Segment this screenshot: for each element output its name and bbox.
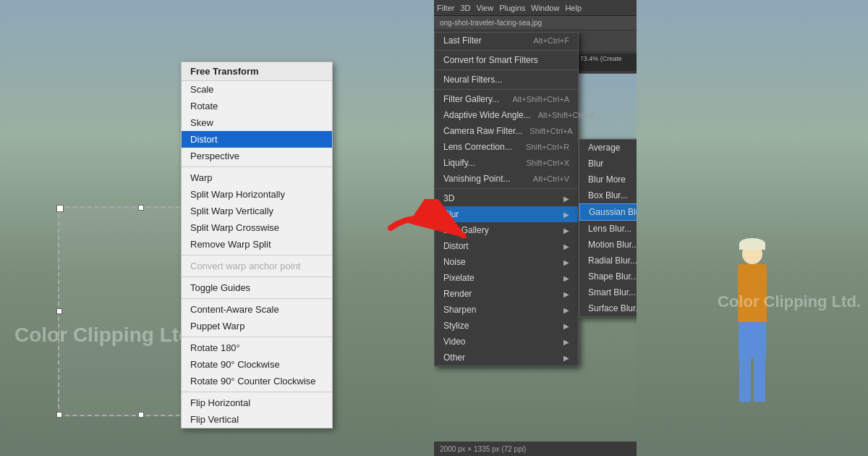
ps-status-bar: 2000 px × 1335 px (72 ppi) xyxy=(434,442,637,456)
right-hat xyxy=(739,238,765,250)
blur-submenu: Average Blur Blur More Box Blur... Gauss… xyxy=(579,139,637,317)
cm-item-rotate-180[interactable]: Rotate 180° xyxy=(182,339,332,356)
fm-neural-filters[interactable]: Neural Filters... xyxy=(435,72,578,88)
cm-item-distort[interactable]: Distort xyxy=(182,131,332,148)
cm-item-split-warp-v[interactable]: Split Warp Vertically xyxy=(182,203,332,219)
right-leg-left xyxy=(739,358,751,402)
right-person-figure xyxy=(738,244,767,402)
right-photo: Color Clipping Ltd. xyxy=(637,0,868,456)
cm-item-puppet-warp[interactable]: Puppet Warp xyxy=(182,318,332,334)
selection-handle-bottom-mid xyxy=(138,412,144,418)
fm-sep-3 xyxy=(435,89,578,90)
cm-item-toggle-guides[interactable]: Toggle Guides xyxy=(182,279,332,296)
cm-separator-3 xyxy=(182,276,332,277)
bsm-surface-blur[interactable]: Surface Blur... xyxy=(579,300,637,316)
cm-item-split-warp-h[interactable]: Split Warp Horizontally xyxy=(182,186,332,203)
ps-filename-bar: ong-shot-traveler-facing-sea.jpg xyxy=(434,16,637,30)
cm-item-convert-warp: Convert warp anchor point xyxy=(182,258,332,274)
cm-item-perspective[interactable]: Perspective xyxy=(182,148,332,164)
fm-adaptive-wide[interactable]: Adaptive Wide Angle... Alt+Shift+Ctrl+A xyxy=(435,107,578,123)
cm-item-content-aware[interactable]: Content-Aware Scale xyxy=(182,301,332,318)
bsm-motion-blur[interactable]: Motion Blur...▶ xyxy=(579,237,637,253)
cm-item-rotate[interactable]: Rotate xyxy=(182,98,332,114)
ps-menu-filter[interactable]: Filter xyxy=(437,4,454,12)
cm-item-flip-v[interactable]: Flip Vertical xyxy=(182,411,332,428)
fm-camera-raw[interactable]: Camera Raw Filter... Shift+Ctrl+A xyxy=(435,123,578,139)
fm-last-filter-label: Last Filter xyxy=(443,35,482,46)
fm-sep-4 xyxy=(435,188,578,189)
ps-menu-3d[interactable]: 3D xyxy=(460,4,470,12)
right-head xyxy=(742,244,762,264)
ps-menu-plugins[interactable]: Plugins xyxy=(499,4,525,12)
cm-item-warp[interactable]: Warp xyxy=(182,169,332,186)
fm-sep-1 xyxy=(435,50,578,51)
bsm-box-blur[interactable]: Box Blur... xyxy=(579,187,637,203)
bsm-blur[interactable]: Blur xyxy=(579,156,637,172)
cm-item-rotate-90cw[interactable]: Rotate 90° Clockwise xyxy=(182,356,332,373)
ps-menu-help[interactable]: Help xyxy=(565,4,582,12)
fm-last-filter-shortcut: Alt+Ctrl+F xyxy=(533,36,569,45)
fm-sep-2 xyxy=(435,69,578,70)
fm-liquify[interactable]: Liquify... Shift+Ctrl+X xyxy=(435,155,578,171)
fm-pixelate[interactable]: Pixelate ▶ xyxy=(435,270,578,286)
ps-filename: ong-shot-traveler-facing-sea.jpg xyxy=(440,19,542,27)
ps-menu-window[interactable]: Window xyxy=(531,4,559,12)
bsm-lens-blur[interactable]: Lens Blur... xyxy=(579,221,637,237)
fm-lens-correction[interactable]: Lens Correction... Shift+Ctrl+R xyxy=(435,139,578,155)
cm-item-remove-warp-split[interactable]: Remove Warp Split xyxy=(182,236,332,253)
selection-handle-mid-left xyxy=(56,308,62,314)
ps-status-text: 2000 px × 1335 px (72 ppi) xyxy=(440,445,526,453)
fm-sharpen[interactable]: Sharpen ▶ xyxy=(435,302,578,318)
selection-handle-bottom-left xyxy=(56,412,62,418)
fm-convert-smart[interactable]: Convert for Smart Filters xyxy=(435,52,578,68)
red-arrow-container xyxy=(383,199,485,257)
fm-filter-gallery[interactable]: Filter Gallery... Alt+Shift+Ctrl+A xyxy=(435,91,578,107)
fm-stylize[interactable]: Stylize ▶ xyxy=(435,318,578,334)
fm-last-filter[interactable]: Last Filter Alt+Ctrl+F xyxy=(435,33,578,48)
ps-menu-view[interactable]: View xyxy=(477,4,494,12)
cm-separator-4 xyxy=(182,298,332,299)
selection-handle-top-mid xyxy=(138,205,144,211)
cm-item-flip-h[interactable]: Flip Horizontal xyxy=(182,394,332,411)
cm-item-skew[interactable]: Skew xyxy=(182,114,332,131)
fm-render[interactable]: Render ▶ xyxy=(435,286,578,302)
cm-item-split-warp-c[interactable]: Split Warp Crosswise xyxy=(182,219,332,236)
red-arrow-svg xyxy=(383,199,485,257)
ps-menu-bar: Filter 3D View Plugins Window Help xyxy=(434,0,637,16)
fm-other[interactable]: Other ▶ xyxy=(435,350,578,366)
fm-video[interactable]: Video ▶ xyxy=(435,334,578,350)
bsm-average[interactable]: Average xyxy=(579,140,637,156)
right-pants xyxy=(739,322,766,358)
bsm-radial-blur[interactable]: Radial Blur... xyxy=(579,253,637,269)
bsm-shape-blur[interactable]: Shape Blur... xyxy=(579,269,637,284)
fm-vanishing-point[interactable]: Vanishing Point... Alt+Ctrl+V xyxy=(435,171,578,187)
bsm-gaussian-blur[interactable]: Gaussian Blur... xyxy=(579,203,637,221)
context-menu-header: Free Transform xyxy=(182,62,332,81)
cm-separator-5 xyxy=(182,337,332,337)
cm-separator-2 xyxy=(182,255,332,256)
cm-item-scale[interactable]: Scale xyxy=(182,81,332,98)
watermark-right: Color Clipping Ltd. xyxy=(718,292,861,311)
cm-item-rotate-90ccw[interactable]: Rotate 90° Counter Clockwise xyxy=(182,373,332,389)
bsm-blur-more[interactable]: Blur More xyxy=(579,172,637,187)
context-menu: Free Transform Scale Rotate Skew Distort… xyxy=(181,62,333,428)
cm-separator-6 xyxy=(182,392,332,392)
right-leg-right xyxy=(754,358,765,402)
right-panel: Filter 3D View Plugins Window Help ong-s… xyxy=(434,0,868,456)
bsm-smart-blur[interactable]: Smart Blur... xyxy=(579,284,637,300)
cm-separator-1 xyxy=(182,166,332,167)
left-panel: Color Clipping Ltd. Free Transform Scale… xyxy=(0,0,434,456)
right-legs xyxy=(738,358,767,402)
